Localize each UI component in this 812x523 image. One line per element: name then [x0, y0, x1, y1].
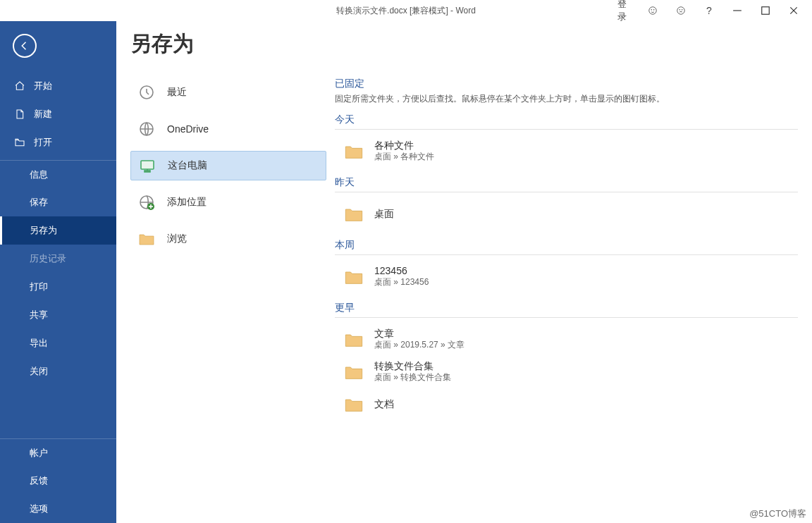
folder-path: 桌面 » 转换文件合集 [374, 371, 451, 383]
folder-title: 文章 [374, 328, 465, 339]
nav-label: 历史记录 [30, 252, 66, 265]
svg-point-5 [682, 9, 682, 10]
folder-icon [343, 329, 364, 350]
nav-item-6[interactable]: 历史记录 [0, 245, 116, 273]
folder-text: 转换文件合集桌面 » 转换文件合集 [374, 361, 451, 383]
location-1[interactable]: OneDrive [130, 114, 326, 144]
folder-row[interactable]: 转换文件合集桌面 » 转换文件合集 [335, 356, 798, 388]
folder-row[interactable]: 文章桌面 » 2019.5.27 » 文章 [335, 324, 798, 356]
folder-text: 123456桌面 » 123456 [374, 266, 429, 288]
section-header: 今天 [335, 113, 798, 126]
divider [335, 317, 798, 318]
folder-row[interactable]: 桌面 [335, 198, 798, 230]
nav-bottom-2[interactable]: 选项 [0, 495, 116, 523]
close-button[interactable] [780, 0, 808, 21]
help-icon[interactable]: ? [695, 0, 723, 21]
svg-rect-7 [762, 7, 770, 15]
page-title: 另存为 [130, 30, 194, 59]
folders-column: 已固定 固定所需文件夹，方便以后查找。鼠标悬停在某个文件夹上方时，单击显示的图钉… [335, 21, 812, 523]
nav-item-0[interactable]: 开始 [0, 72, 116, 100]
content-area: 最近OneDrive这台电脑添加位置浏览 已固定 固定所需文件夹，方便以后查找。… [116, 21, 812, 523]
nav-item-5[interactable]: 另存为 [0, 216, 116, 245]
divider [335, 254, 798, 255]
nav-label: 新建 [34, 108, 52, 121]
svg-point-1 [651, 9, 652, 10]
nav-label: 共享 [30, 309, 48, 321]
location-2[interactable]: 这台电脑 [130, 151, 326, 180]
nav-label: 反馈 [30, 474, 48, 487]
svg-point-2 [653, 9, 654, 10]
frown-icon[interactable] [667, 0, 695, 21]
nav-label: 帐户 [30, 447, 48, 460]
clock-icon [137, 83, 156, 101]
pinned-header: 已固定 [335, 78, 798, 90]
location-label: 最近 [167, 86, 187, 99]
nav-item-4[interactable]: 保存 [0, 188, 116, 216]
folder-title: 转换文件合集 [374, 361, 451, 371]
nav-item-9[interactable]: 导出 [0, 329, 116, 357]
folder-path: 桌面 » 123456 [374, 276, 429, 288]
nav-label: 另存为 [30, 224, 57, 237]
section-header: 昨天 [335, 176, 798, 189]
nav-item-7[interactable]: 打印 [0, 273, 116, 301]
home-icon [14, 80, 25, 92]
globe-plus-icon [137, 193, 156, 211]
folder-row[interactable]: 123456桌面 » 123456 [335, 261, 798, 293]
location-label: 添加位置 [167, 196, 207, 209]
divider [335, 192, 798, 192]
folder-row[interactable]: 文档 [335, 388, 798, 421]
folder-icon [137, 230, 156, 248]
nav-label: 选项 [30, 503, 48, 515]
login-button[interactable]: 登录 [610, 0, 639, 21]
folder-path: 桌面 » 2019.5.27 » 文章 [374, 339, 465, 351]
globe-icon [137, 120, 156, 138]
pc-icon [138, 156, 156, 175]
nav-bottom-1[interactable]: 反馈 [0, 467, 116, 495]
new-doc-icon [14, 109, 25, 120]
window-title: 转换演示文件.docx [兼容模式] - Word [336, 5, 476, 17]
nav-label: 开始 [34, 80, 52, 92]
location-0[interactable]: 最近 [130, 78, 326, 107]
back-button[interactable] [13, 34, 37, 58]
nav-item-1[interactable]: 新建 [0, 100, 116, 128]
titlebar-controls: 登录 ? [610, 0, 808, 21]
nav-item-8[interactable]: 共享 [0, 301, 116, 329]
watermark: @51CTO博客 [749, 507, 806, 520]
folder-text: 文章桌面 » 2019.5.27 » 文章 [374, 328, 465, 351]
svg-rect-12 [141, 161, 154, 169]
folder-icon [343, 141, 364, 162]
location-label: 浏览 [167, 233, 187, 245]
section-header: 本周 [335, 239, 798, 252]
minimize-button[interactable] [723, 0, 751, 21]
svg-rect-13 [144, 171, 150, 172]
folder-title: 文档 [374, 399, 394, 410]
backstage-sidebar: 开始新建打开信息保存另存为历史记录打印共享导出关闭 帐户反馈选项 [0, 21, 116, 523]
folder-icon [343, 362, 364, 383]
maximize-button[interactable] [751, 0, 780, 21]
pinned-hint: 固定所需文件夹，方便以后查找。鼠标悬停在某个文件夹上方时，单击显示的图钉图标。 [335, 93, 798, 105]
location-4[interactable]: 浏览 [130, 224, 326, 254]
titlebar: 转换演示文件.docx [兼容模式] - Word 登录 ? [0, 0, 812, 21]
nav-bottom-0[interactable]: 帐户 [0, 438, 116, 467]
folder-text: 文档 [374, 399, 394, 410]
locations-column: 最近OneDrive这台电脑添加位置浏览 [116, 21, 335, 523]
folder-text: 桌面 [374, 209, 394, 219]
nav-label: 信息 [30, 168, 48, 181]
nav-item-2[interactable]: 打开 [0, 128, 116, 156]
folder-row[interactable]: 各种文件桌面 » 各种文件 [335, 135, 798, 168]
location-3[interactable]: 添加位置 [130, 187, 326, 217]
nav-item-3[interactable]: 信息 [0, 160, 116, 188]
folder-title: 123456 [374, 266, 429, 276]
folder-icon [343, 266, 364, 288]
nav-label: 保存 [30, 196, 48, 209]
smile-icon[interactable] [639, 0, 667, 21]
location-label: OneDrive [167, 123, 209, 135]
folder-text: 各种文件桌面 » 各种文件 [374, 140, 434, 163]
folder-icon [343, 394, 364, 415]
location-label: 这台电脑 [168, 159, 207, 172]
svg-point-0 [649, 7, 657, 15]
folder-icon [343, 204, 364, 225]
nav-item-10[interactable]: 关闭 [0, 357, 116, 386]
nav-label: 导出 [30, 337, 48, 350]
nav-label: 关闭 [30, 365, 48, 378]
